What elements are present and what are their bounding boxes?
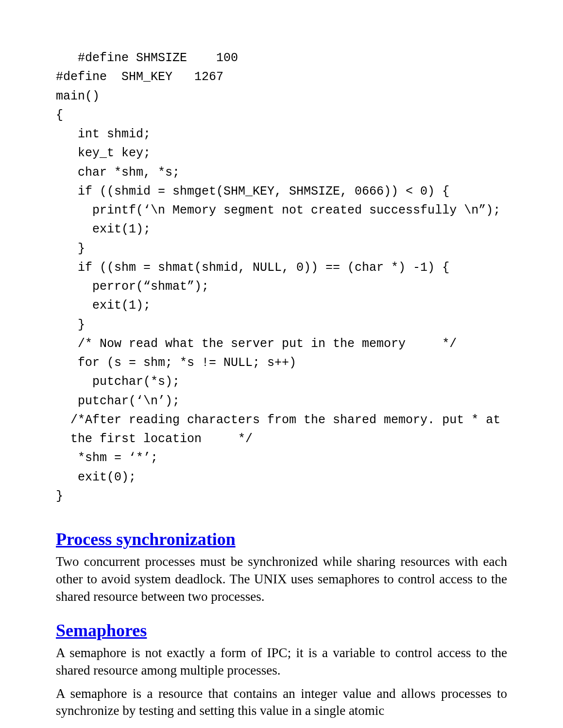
code-block: #define SHMSIZE 100 #define SHM_KEY 1267…	[56, 49, 507, 506]
heading-semaphores: Semaphores	[56, 620, 507, 641]
paragraph: A semaphore is a resource that contains …	[56, 685, 507, 720]
paragraph: Two concurrent processes must be synchro…	[56, 553, 507, 606]
heading-process-synchronization: Process synchronization	[56, 529, 507, 549]
paragraph: A semaphore is not exactly a form of IPC…	[56, 645, 507, 679]
document-page: #define SHMSIZE 100 #define SHM_KEY 1267…	[0, 0, 563, 728]
